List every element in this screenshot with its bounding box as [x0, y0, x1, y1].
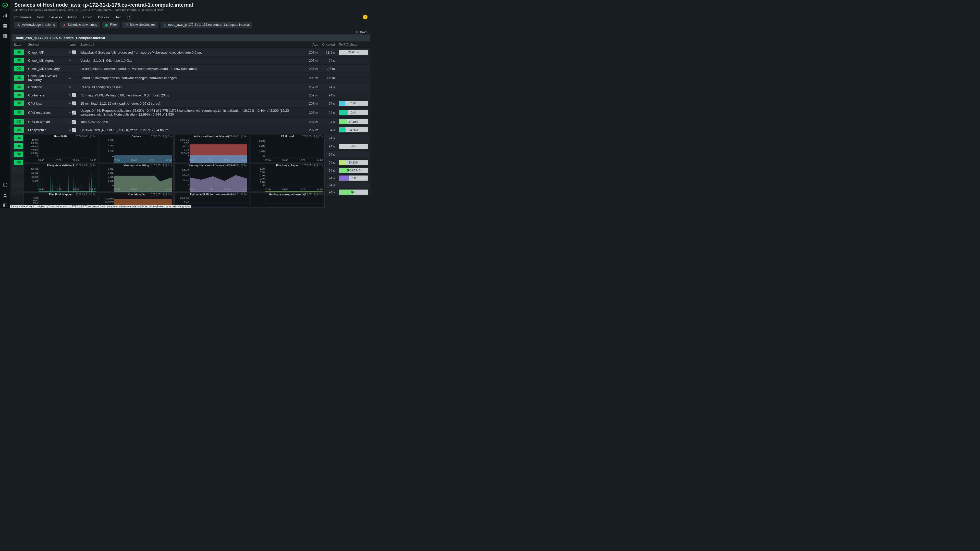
page-title: Services of Host node_aws_ip-172-31-1-17…: [14, 2, 368, 8]
table-row: OKCPU resources≡📈Usage: 0.444, Requests …: [12, 107, 370, 118]
perf-o-meter[interactable]: 0/s: [339, 144, 368, 149]
perf-o-meter[interactable]: 290.80 MB: [339, 168, 368, 173]
graph-icon[interactable]: 📈: [72, 128, 76, 132]
svg-rect-5: [5, 24, 7, 25]
menu-host[interactable]: Host: [37, 15, 44, 19]
filter-icon: ◉: [105, 23, 108, 27]
summary-text: 23.35% used (4.67 of 19.99 GB), trend: -…: [78, 126, 307, 134]
perf-o-meter[interactable]: 23.35%: [339, 127, 368, 132]
customize-icon[interactable]: [2, 23, 8, 29]
graph-card[interactable]: RAM used2022-05-11 @ 2m3 GB2 GB1 GB008:0…: [250, 134, 325, 162]
service-link[interactable]: Check_MK: [28, 51, 45, 54]
graph-card[interactable]: File_Huge_Pages2022-05-11 @ 2m1.000.800.…: [250, 163, 325, 191]
sidebar-toggle-icon[interactable]: [2, 203, 8, 208]
menu-help[interactable]: Help: [115, 15, 121, 19]
action-menu-icon[interactable]: ≡: [68, 110, 71, 114]
summary-text: Running: 23.00, Waiting: 0.00, Terminate…: [78, 91, 307, 99]
acknowledge-problems-button[interactable]: ⚠Acknowledge problems: [14, 22, 57, 28]
col-checked[interactable]: Checked: [320, 41, 337, 48]
summary-text: Total CPU: 27.85%: [78, 118, 307, 126]
perf-o-meter[interactable]: 16 d: [339, 189, 368, 195]
graph-card[interactable]: Used RAM2022-05-11 @ 2m100%80.0%60.0%40.…: [24, 134, 98, 162]
graph-card[interactable]: Active and Inactive Memory2022-05-11 @ 2…: [175, 134, 249, 162]
service-link[interactable]: CPU resources: [28, 111, 51, 114]
perf-o-meter[interactable]: 27.19%: [339, 119, 368, 124]
col-service[interactable]: Service: [26, 41, 67, 48]
action-menu-icon[interactable]: ≡: [68, 50, 71, 54]
monitor-icon[interactable]: [2, 13, 8, 18]
perf-o-meter[interactable]: 23.23%: [339, 160, 368, 165]
graph-card[interactable]: Caches2022-05-11 @ 2m3 GB2 GB1 GB008:001…: [99, 134, 173, 162]
checked-value: 87 m: [320, 65, 337, 73]
menu-services[interactable]: Services: [49, 15, 62, 19]
state-badge: OK: [14, 100, 24, 106]
host-link-button[interactable]: ◎node_aws_ip-172-31-1-175.eu-central-1.c…: [161, 22, 252, 28]
graph-icon[interactable]: 📈: [72, 50, 76, 54]
graph-icon[interactable]: 📈: [72, 93, 76, 97]
graph-timestamp: 2022-05-11 @ 2m: [76, 193, 96, 196]
action-menu-icon[interactable]: ≡: [68, 93, 71, 97]
service-link[interactable]: Containers: [28, 94, 44, 97]
graph-card[interactable]: Memory that cannot be swapped out2022-05…: [175, 163, 249, 191]
action-menu-icon[interactable]: ≡: [68, 120, 71, 124]
service-link[interactable]: Condition: [28, 85, 42, 89]
table-row: OKCondition≡Ready, all conditions passed…: [12, 83, 370, 91]
graphs-popup: Used RAM2022-05-11 @ 2m100%80.0%60.0%40.…: [23, 134, 325, 208]
info-icon[interactable]: [2, 182, 8, 188]
menu-add-to[interactable]: Add to: [68, 15, 77, 19]
graph-card[interactable]: Hardware corrupted memory2022-05-11 @ 2m: [250, 192, 325, 208]
menu-commands[interactable]: Commands: [14, 15, 31, 19]
service-link[interactable]: Filesystem /: [28, 128, 46, 132]
service-link[interactable]: Check_MK HW/SW Inventory: [28, 74, 57, 82]
filter-button[interactable]: ◉Filter: [102, 22, 120, 28]
svg-marker-0: [3, 3, 7, 7]
col-age[interactable]: Age: [307, 41, 320, 48]
breadcrumb-item[interactable]: node_aws_ip-172-31-1-175.eu-central-1.co…: [59, 8, 137, 12]
graph-icon[interactable]: 📈: [72, 101, 76, 105]
menu-export[interactable]: Export: [83, 15, 93, 19]
perf-o-meter[interactable]: 0.95: [339, 101, 368, 106]
breadcrumb-item[interactable]: All hosts: [44, 8, 56, 12]
svg-rect-4: [3, 24, 5, 25]
checked-value: 94 s: [320, 91, 337, 99]
service-link[interactable]: Check_MK Agent: [28, 59, 54, 62]
action-menu-icon[interactable]: ≡: [68, 85, 71, 89]
action-menu-icon[interactable]: ≡: [68, 76, 71, 80]
action-menu-icon[interactable]: ≡: [68, 67, 71, 71]
user-icon[interactable]: [2, 192, 8, 198]
graph-timestamp: 2022-05-11 @ 2m: [151, 193, 172, 196]
collapse-caret-icon[interactable]: ⌃: [127, 14, 132, 20]
breadcrumb-item[interactable]: Overview: [28, 8, 41, 12]
perf-o-meter[interactable]: 0.44: [339, 110, 368, 115]
col-state[interactable]: State: [12, 41, 26, 48]
action-menu-icon[interactable]: ≡: [68, 128, 71, 132]
perf-o-meter[interactable]: 20.0 ms: [339, 50, 368, 55]
checked-value: 94 s: [320, 118, 337, 126]
summary-text: no unmonitored services found, no vanish…: [78, 65, 307, 73]
graph-timestamp: 2022-05-11 @ 2m: [227, 193, 247, 196]
age-value: 207 m: [307, 99, 320, 107]
service-link[interactable]: CPU load: [28, 102, 42, 105]
graph-icon[interactable]: 📈: [72, 120, 76, 124]
action-menu-icon[interactable]: ≡: [68, 59, 71, 62]
perf-o-meter[interactable]: 798: [339, 176, 368, 181]
setup-icon[interactable]: [2, 33, 8, 39]
alert-badge-icon[interactable]: !: [363, 15, 368, 19]
graph-icon[interactable]: 📈: [72, 110, 76, 114]
show-checkboxes-button[interactable]: ☑Show checkboxes: [122, 22, 158, 28]
col-perf[interactable]: Perf-O-Meter: [337, 41, 370, 48]
menu-display[interactable]: Display: [98, 15, 109, 19]
graph-card[interactable]: Memory committing2022-05-11 @ 2m8 GB6 GB…: [99, 163, 173, 191]
service-link[interactable]: Check_MK Discovery: [28, 67, 60, 71]
checked-value: 94 s: [320, 83, 337, 91]
breadcrumb-item[interactable]: Services of Host: [141, 8, 163, 12]
action-menu-icon[interactable]: ≡: [68, 101, 71, 105]
graph-card[interactable]: Filesystem Writeback2022-05-11 @ 2m256 k…: [24, 163, 98, 191]
col-summary[interactable]: Summary: [78, 41, 307, 48]
svg-rect-1: [3, 16, 4, 17]
schedule-downtimes-button[interactable]: ▲Schedule downtimes: [60, 22, 100, 28]
service-link[interactable]: CPU utilization: [28, 120, 50, 124]
col-icons[interactable]: Icons: [67, 41, 78, 48]
checked-value: 205 m: [320, 73, 337, 83]
breadcrumb-item[interactable]: Monitor: [14, 8, 24, 12]
